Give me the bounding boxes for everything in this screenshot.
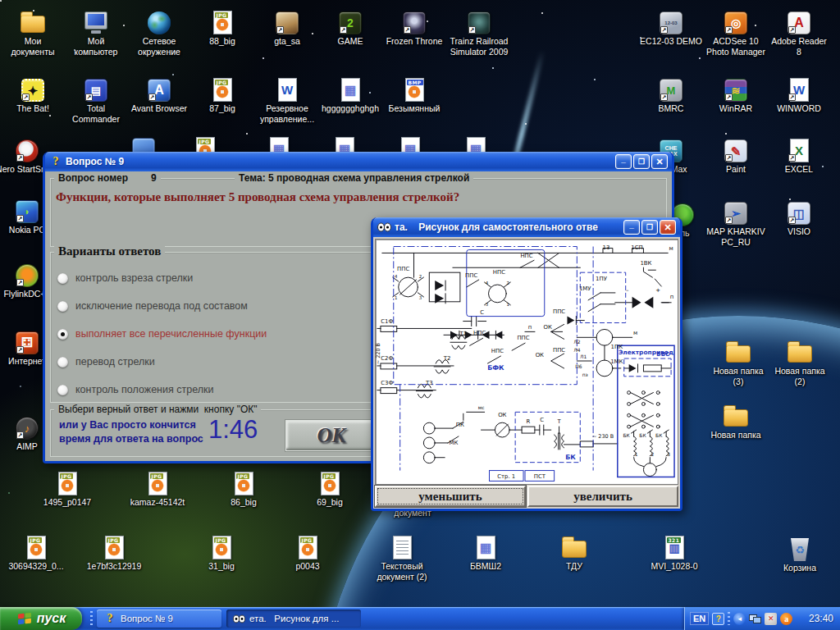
svg-text:мс: мс [478,404,485,410]
taskbar-task-quiz[interactable]: Вопрос № 9 [97,609,221,628]
desktop-icon-87-big[interactable]: JPG87_big [191,72,253,114]
desktop-icon-мой-компьютер[interactable]: Мой компьютер [65,5,127,57]
answer-option-2[interactable]: исключение перевода под составом [57,297,248,315]
help-icon[interactable] [712,613,724,625]
radio-button[interactable] [57,329,68,340]
desktop-icon-label: Adobe Reader 8 [768,36,830,57]
alert-icon[interactable] [765,613,777,625]
desktop-icon-1495-p0147[interactable]: JPG1495_p0147 [36,466,98,508]
minimize-button[interactable] [623,220,640,235]
maximize-button[interactable] [641,220,658,235]
minimize-button[interactable] [615,154,632,169]
ok-button-label: ОК [317,424,345,447]
desktop-icon-mvi-1028-0[interactable]: 321▥MVI_1028-0 [643,530,705,572]
answers-legend: Варианты ответов [54,244,165,258]
radio-button[interactable] [57,385,68,395]
avast-icon[interactable] [780,613,792,625]
desktop-icon-frozen-throne[interactable]: ↗Frozen Throne [383,5,445,47]
answer-option-1[interactable]: контроль взреза стрелки [57,269,193,287]
desktop-icon-текстовый-документ-2[interactable]: Текстовый документ (2) [371,530,433,582]
radio-button[interactable] [57,301,68,312]
desktop-icon-adobe-reader-8[interactable]: A↗Adobe Reader 8 [768,5,830,57]
jpg-icon: JPG [321,472,340,495]
desktop-icon-game[interactable]: 2↗GAME [319,5,381,47]
answer-option-5[interactable]: контроль положения стрелки [57,381,213,399]
jpg-icon: JPG [212,536,231,559]
close-button[interactable] [651,154,668,169]
ok-button[interactable]: ОК [285,420,377,451]
taskbar-task-picture[interactable]: ета. Рисунок для ... [226,609,361,628]
desktop-icon-корзина[interactable]: ♻Корзина [769,532,831,573]
desktop-icon-winrar[interactable]: ≋↗WinRAR [705,72,767,114]
desktop-icon-30694329-0[interactable]: JPG30694329_0... [5,530,67,572]
folder-icon [724,409,748,427]
desktop-icon-kamaz-45142t[interactable]: JPGkamaz-45142t [126,466,189,508]
desktop-icon-новая-папка-2[interactable]: Новая папка (2) [769,335,831,386]
desktop-icon-86-big[interactable]: JPG86_big [212,466,275,508]
svg-text:БВС: БВС [656,351,669,358]
desktop-icon-1e7bf3c12919[interactable]: JPG1e7bf3c12919 [83,530,145,572]
picture-window-body: 131СПм1ВКППСППСНПСНПС1ПУ1МУп–+ППСпОК1ПКм… [373,237,680,509]
shortcut-arrow-icon: ↗ [788,94,796,101]
desktop-icon-69-big[interactable]: JPG69_big [299,466,361,508]
shortcut-arrow-icon: ↗ [788,154,796,162]
desktop: Мои документыМой компьютерСетевое окруже… [0,0,840,630]
desktop-icon-тду[interactable]: ТДУ [543,530,605,572]
desktop-icon-новая-папка-3[interactable]: Новая папка (3) [707,335,769,386]
desktop-icon-label: EC12-03 DEMO [640,36,702,47]
desktop-icon-резервное-управление[interactable]: WРезервное управление... [256,72,318,124]
desktop-icon-мои-документы[interactable]: Мои документы [2,5,64,57]
desktop-icon-bmrc[interactable]: M↗BMRC [640,72,702,114]
desktop-icon-paint[interactable]: ✎↗Paint [705,133,767,175]
desktop-icon-total-commander[interactable]: ▤↗Total Commander [65,72,127,124]
desktop-icon-winword[interactable]: W↗WINWORD [768,72,830,114]
bmp-icon: BMP [405,78,424,102]
desktop-icon-label: WinRAR [705,103,767,114]
shortcut-arrow-icon: ↗ [16,215,24,222]
language-indicator[interactable]: EN [690,612,709,625]
radio-button[interactable] [57,357,68,368]
network-icon[interactable] [749,613,761,625]
desktop-icon-label: ТДУ [543,561,605,572]
jpg-icon: JPG [235,472,253,495]
computer-icon [84,11,107,30]
desktop-icon-avant-browser[interactable]: A↗Avant Browser [128,72,190,114]
desktop-icon-visio[interactable]: ◫↗VISIO [768,195,830,237]
shortcut-arrow-icon: ↗ [16,346,24,354]
desktop-icon-hgggggghghgh[interactable]: ▦hgggggghghgh [319,72,381,114]
desktop-icon-ec12-03-demo[interactable]: 12-03↗EC12-03 DEMO [640,5,702,47]
answer-option-3[interactable]: выполняет все перечисленные функции [57,325,267,343]
desktop-icon-label: MVI_1028-0 [643,561,705,572]
desktop-icon-p0043[interactable]: JPGp0043 [276,530,339,572]
jpg-icon: JPG [299,536,317,559]
desktop-icon-безымянный[interactable]: BMPБезымянный [383,72,445,114]
quiz-window-titlebar[interactable]: Вопрос № 9 [45,152,672,171]
picture-window-titlebar[interactable]: та. Рисунок для самостоятельного отве [373,217,680,237]
desktop-icon-label: gta_sa [256,36,318,47]
radio-button[interactable] [57,273,68,284]
desktop-icon-gta-sa[interactable]: ↗gta_sa [256,5,318,47]
desktop-icon-88-big[interactable]: JPG88_big [191,5,253,47]
close-button[interactable] [660,220,676,235]
desktop-icon-excel[interactable]: X↗EXCEL [768,133,830,175]
desktop-icon-map-kharkiv-pc-ru[interactable]: ➢↗MAP KHARKIV PC_RU [705,195,767,247]
desktop-icon-31-big[interactable]: JPG31_big [190,530,253,572]
clock[interactable]: 23:40 [809,613,833,624]
desktop-icon-новая-папка[interactable]: Новая папка [705,399,767,441]
quick-launch-handle[interactable] [90,611,93,626]
desktop-icon-trainz-railroad-simulator-2009[interactable]: ↗Trainz Railroad Simulator 2009 [448,5,510,57]
picture-window-title: та. Рисунок для самостоятельного отве [395,221,620,233]
maximize-button[interactable] [633,154,650,169]
zoom-in-button[interactable]: увеличить [527,486,678,507]
desktop-icon-acdsee-10-photo-manager[interactable]: ◎↗ACDSee 10 Photo Manager [705,5,767,57]
timer-hint-line2: время для ответа на вопрос [59,433,203,445]
answer-option-4[interactable]: перевод стрелки [57,353,155,371]
desktop-icon-бвмш2[interactable]: ▦БВМШ2 [454,530,517,572]
hide-icons-button[interactable] [733,613,746,625]
svg-text:3: 3 [419,295,422,300]
zoom-out-button[interactable]: уменьшить [375,486,526,507]
desktop-icon-the-bat[interactable]: ✦↗The Bat! [2,72,64,114]
desktop-icon-сетевое-окружение[interactable]: Сетевое окружение [128,5,190,57]
start-button[interactable]: пуск [0,607,82,630]
quiz-window-title: Вопрос № 9 [66,156,612,167]
